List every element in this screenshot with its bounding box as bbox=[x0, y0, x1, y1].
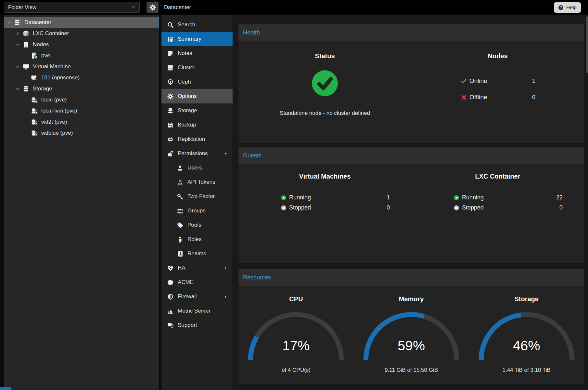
view-mode-select[interactable]: Folder View bbox=[4, 2, 140, 13]
nav-item-summary[interactable]: Summary bbox=[161, 32, 233, 46]
users-icon bbox=[177, 208, 185, 214]
tree-item-wdblue-pve[interactable]: wdblue (pve) bbox=[4, 128, 159, 139]
question-icon: ? bbox=[558, 5, 564, 10]
guest-group-virtual-machines: Virtual MachinesRunning1Stopped0 bbox=[238, 164, 411, 213]
nav-item-groups[interactable]: Groups bbox=[161, 204, 233, 218]
guest-row-running: Running22 bbox=[411, 193, 584, 203]
nav-item-roles[interactable]: Roles bbox=[161, 232, 233, 247]
gear-icon bbox=[149, 4, 156, 11]
gauge-heading: Storage bbox=[469, 295, 584, 303]
status-ok-icon bbox=[238, 70, 411, 97]
tree-item-nodes[interactable]: Nodes bbox=[4, 39, 159, 50]
server-icon bbox=[14, 19, 21, 26]
nav-item-label: Search bbox=[178, 21, 195, 28]
building-icon bbox=[23, 41, 31, 48]
nav-item-search[interactable]: Search bbox=[161, 18, 233, 32]
nav-item-cluster[interactable]: Cluster bbox=[161, 61, 233, 75]
chevron-down-icon[interactable] bbox=[16, 43, 23, 47]
breadcrumb-title: Datacenter bbox=[164, 0, 191, 15]
chevron-down-icon[interactable] bbox=[16, 65, 23, 69]
chevron-down-icon bbox=[16, 87, 20, 91]
gauge-percent: 17% bbox=[247, 338, 345, 354]
nav-item-ceph[interactable]: Ceph bbox=[161, 75, 233, 89]
tree-item-pve[interactable]: pve bbox=[4, 50, 159, 61]
nav-item-backup[interactable]: Backup bbox=[161, 118, 233, 132]
gauge-arc: 59% bbox=[363, 311, 460, 363]
config-nav: SearchSummaryNotesClusterCephOptionsStor… bbox=[161, 15, 233, 390]
health-status-column: Status Standalone node - no cluster defi… bbox=[238, 41, 411, 116]
nav-item-notes[interactable]: Notes bbox=[161, 46, 233, 61]
health-panel: Health Status Standalone node - no clust… bbox=[238, 24, 584, 144]
shield-icon bbox=[167, 294, 173, 300]
caret-down-icon[interactable] bbox=[224, 146, 227, 161]
tree-item-local-pve[interactable]: local (pve) bbox=[4, 94, 159, 105]
guest-group-lxc-container: LXC ContainerRunning22Stopped0 bbox=[411, 164, 584, 213]
nav-item-ha[interactable]: HA bbox=[161, 261, 233, 275]
caret-right-icon[interactable] bbox=[224, 289, 227, 304]
tree-item-virtual-machine[interactable]: Virtual Machine bbox=[4, 61, 159, 72]
chevron-right-icon[interactable] bbox=[16, 32, 23, 36]
health-panel-header: Health bbox=[238, 24, 584, 41]
tree-item-local-lvm-pve[interactable]: local-lvm (pve) bbox=[4, 105, 159, 116]
database-drive-icon bbox=[31, 97, 40, 103]
health-nodes-column: Nodes Online1Offline0 bbox=[411, 41, 584, 116]
tree-item-label: wdblue (pve) bbox=[41, 130, 73, 136]
nav-item-permissions[interactable]: Permissions bbox=[161, 146, 233, 161]
tree-item-wd2t-pve[interactable]: wd2t (pve) bbox=[4, 116, 159, 128]
tree-item-lxc-container[interactable]: LXC Container bbox=[4, 28, 159, 39]
nav-item-label: Two Factor bbox=[187, 193, 215, 200]
nav-item-support[interactable]: Support bbox=[161, 318, 233, 332]
nav-item-replication[interactable]: Replication bbox=[161, 132, 233, 146]
ceph-icon bbox=[167, 79, 173, 85]
resources-panel-title: Resources bbox=[243, 274, 271, 281]
chevron-right-icon bbox=[16, 32, 20, 36]
check-icon bbox=[461, 78, 467, 84]
search-icon bbox=[167, 22, 175, 28]
scrollbar-thumb[interactable] bbox=[586, 16, 588, 73]
gauge-arc: 17% bbox=[247, 311, 345, 363]
nav-item-label: API Tokens bbox=[187, 179, 215, 185]
gauge-caption: of 4 CPU(s) bbox=[238, 367, 354, 373]
tree-item-101-opnsense[interactable]: 101 (opnsense) bbox=[4, 72, 159, 83]
nav-item-label: Replication bbox=[178, 136, 205, 142]
tree-item-label: Storage bbox=[33, 86, 52, 92]
guests-panel: Guests Virtual MachinesRunning1Stopped0L… bbox=[238, 147, 584, 263]
node-status-row-offline: Offline0 bbox=[411, 89, 584, 105]
svg-text:?: ? bbox=[560, 6, 562, 9]
help-button[interactable]: ? Help bbox=[554, 2, 581, 13]
gauge-percent: 46% bbox=[478, 338, 575, 354]
building-check-icon bbox=[31, 52, 38, 59]
users-icon bbox=[177, 208, 183, 214]
play-icon bbox=[281, 195, 287, 201]
health-panel-title: Health bbox=[243, 29, 260, 36]
monitor-play-icon bbox=[31, 74, 38, 81]
guests-panel-title: Guests bbox=[243, 152, 262, 159]
tree-item-datacenter[interactable]: Datacenter bbox=[4, 17, 159, 28]
nav-item-options[interactable]: Options bbox=[161, 89, 233, 103]
nav-item-pools[interactable]: Pools bbox=[161, 218, 233, 232]
nav-item-api-tokens[interactable]: API Tokens bbox=[161, 175, 233, 189]
nav-item-realms[interactable]: Realms bbox=[161, 247, 233, 261]
user-icon bbox=[177, 165, 183, 171]
chevron-down-icon[interactable] bbox=[7, 20, 14, 25]
nav-item-metric-server[interactable]: Metric Server bbox=[161, 304, 233, 318]
guest-row-label: Running bbox=[289, 194, 311, 201]
stop-icon bbox=[281, 205, 287, 211]
nav-item-users[interactable]: Users bbox=[161, 161, 233, 175]
chevron-down-icon[interactable] bbox=[16, 87, 23, 91]
nav-item-acme[interactable]: ACME bbox=[161, 275, 233, 289]
tree-item-label: pve bbox=[41, 52, 50, 59]
tree-item-label: local-lvm (pve) bbox=[41, 108, 77, 114]
nav-item-label: Options bbox=[178, 93, 197, 100]
chat-icon bbox=[167, 322, 173, 329]
gauge-heading: CPU bbox=[238, 295, 354, 303]
nav-item-label: Permissions bbox=[178, 150, 208, 157]
nav-item-firewall[interactable]: Firewall bbox=[161, 289, 233, 304]
tree-settings-button[interactable] bbox=[147, 2, 159, 13]
nav-item-storage[interactable]: Storage bbox=[161, 103, 233, 118]
nav-item-two-factor[interactable]: Two Factor bbox=[161, 189, 233, 204]
top-bar: Folder View Datacenter ? Help bbox=[0, 0, 588, 15]
tree-item-storage[interactable]: Storage bbox=[4, 83, 159, 94]
caret-right-icon[interactable] bbox=[224, 261, 227, 275]
play-icon bbox=[454, 195, 459, 201]
